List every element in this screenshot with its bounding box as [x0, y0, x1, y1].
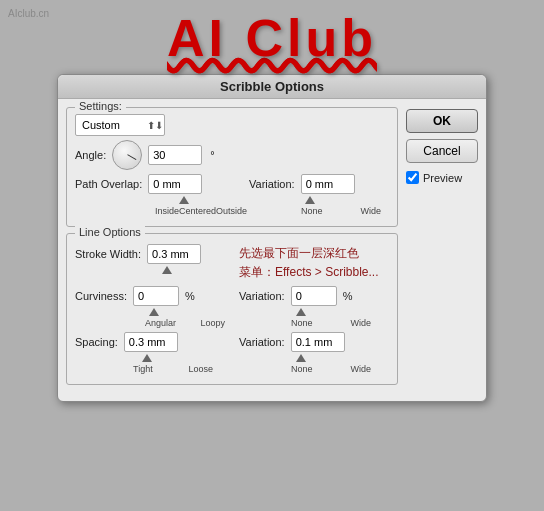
annotation-line1: 先选最下面一层深红色	[239, 244, 389, 263]
overlap-outside: Outside	[216, 206, 247, 216]
angle-row: Angle: °	[75, 140, 389, 170]
path-overlap-input[interactable]	[148, 174, 202, 194]
spacing-input[interactable]	[124, 332, 178, 352]
dialog-titlebar: Scribble Options	[58, 75, 486, 99]
annotation-text: 先选最下面一层深红色 菜单：Effects > Scribble...	[239, 244, 389, 282]
curviness-variation-input[interactable]	[291, 286, 337, 306]
curviness-row: Curviness: % Angular Loopy	[75, 286, 389, 328]
angle-input[interactable]	[148, 145, 202, 165]
stroke-width-handle[interactable]	[162, 266, 172, 274]
stroke-width-input[interactable]	[147, 244, 201, 264]
dialog-body: Settings: Custom Default Sketch Tight Lo…	[58, 99, 486, 389]
curv-var-wide: Wide	[350, 318, 371, 328]
curv-var-labels: None Wide	[291, 318, 371, 328]
overlap-centered: Centered	[179, 206, 216, 216]
line-options-group: Line Options Stroke Width: 先选	[66, 233, 398, 385]
curv-angular: Angular	[145, 318, 176, 328]
dialog-title: Scribble Options	[220, 79, 324, 94]
path-variation-slider-labels: None Wide	[301, 206, 381, 216]
settings-group: Settings: Custom Default Sketch Tight Lo…	[66, 107, 398, 227]
curv-var-handle[interactable]	[296, 308, 306, 316]
watermark: AIclub.cn	[8, 8, 49, 19]
scribble-options-dialog: Scribble Options Settings: Custom Defaul…	[57, 74, 487, 402]
stroke-width-row: Stroke Width: 先选最下面一层深红色 菜单：Effects > Sc…	[75, 244, 389, 282]
path-overlap-handle[interactable]	[179, 196, 189, 204]
spacing-tight: Tight	[133, 364, 153, 374]
degree-symbol: °	[210, 149, 214, 161]
path-variation-handle[interactable]	[305, 196, 315, 204]
curv-loopy: Loopy	[200, 318, 225, 328]
spacing-variation-input[interactable]	[291, 332, 345, 352]
app-title: AI Club	[167, 8, 377, 68]
spacing-var-none: None	[291, 364, 313, 374]
spacing-row: Spacing: Tight Loose Variati	[75, 332, 389, 374]
settings-row: Custom Default Sketch Tight Loose ⬆⬇	[75, 114, 389, 136]
path-overlap-label: Path Overlap:	[75, 178, 142, 190]
curviness-variation-label: Variation:	[239, 290, 285, 302]
spacing-var-labels: None Wide	[291, 364, 371, 374]
spacing-var-wide: Wide	[350, 364, 371, 374]
ok-button[interactable]: OK	[406, 109, 478, 133]
path-variation-label: Variation:	[249, 178, 295, 190]
curv-var-none: None	[291, 318, 313, 328]
dialog-main: Settings: Custom Default Sketch Tight Lo…	[66, 107, 398, 389]
header-area: AIclub.cn AI Club	[0, 0, 544, 74]
var-none: None	[301, 206, 323, 216]
spacing-variation-label: Variation:	[239, 336, 285, 348]
angle-dial[interactable]	[112, 140, 142, 170]
dialog-buttons: OK Cancel Preview	[406, 107, 478, 389]
curviness-unit: %	[185, 290, 195, 302]
overlap-inside: Inside	[155, 206, 179, 216]
path-variation-input[interactable]	[301, 174, 355, 194]
angle-label: Angle:	[75, 149, 106, 161]
curviness-variation-unit: %	[343, 290, 353, 302]
preview-label: Preview	[423, 172, 462, 184]
stroke-width-label: Stroke Width:	[75, 248, 141, 260]
annotation-line2: 菜单：Effects > Scribble...	[239, 263, 389, 282]
preview-row: Preview	[406, 171, 478, 184]
spacing-handle[interactable]	[142, 354, 152, 362]
curviness-slider-labels: Angular Loopy	[145, 318, 225, 328]
curviness-handle[interactable]	[149, 308, 159, 316]
settings-select[interactable]: Custom Default Sketch Tight Loose	[75, 114, 165, 136]
preview-checkbox[interactable]	[406, 171, 419, 184]
curviness-input[interactable]	[133, 286, 179, 306]
settings-group-label: Settings:	[75, 100, 126, 112]
settings-select-wrap: Custom Default Sketch Tight Loose ⬆⬇	[75, 114, 165, 136]
dial-indicator	[127, 154, 136, 160]
spacing-label: Spacing:	[75, 336, 118, 348]
path-overlap-slider-labels: Inside Centered Outside	[155, 206, 235, 216]
spacing-loose: Loose	[188, 364, 213, 374]
var-wide: Wide	[360, 206, 381, 216]
line-options-label: Line Options	[75, 226, 145, 238]
spacing-var-handle[interactable]	[296, 354, 306, 362]
spacing-slider-labels: Tight Loose	[133, 364, 213, 374]
curviness-label: Curviness:	[75, 290, 127, 302]
path-overlap-row: Path Overlap: Inside Centered Outside	[75, 174, 389, 216]
cancel-button[interactable]: Cancel	[406, 139, 478, 163]
